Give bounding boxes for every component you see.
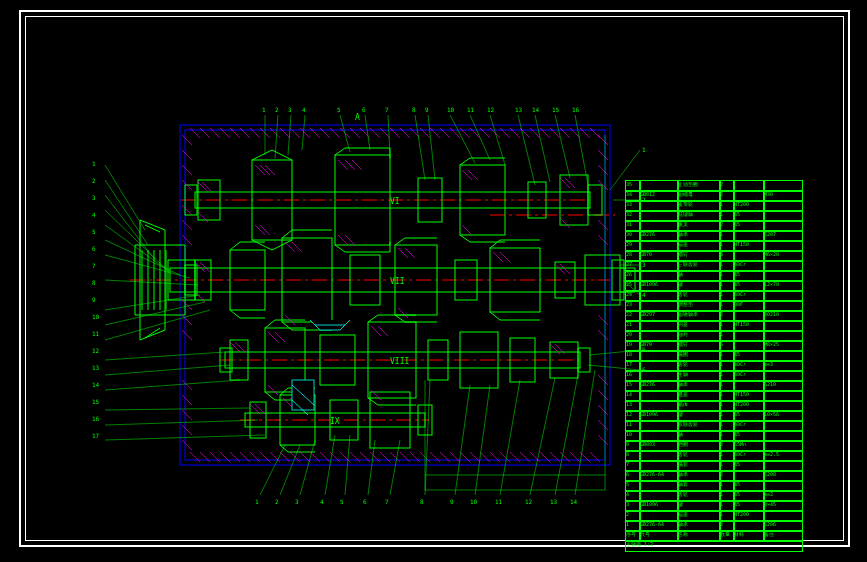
drawing-canvas[interactable]: VI VII VIII IX A 12345678910111213141516…	[30, 20, 840, 540]
svg-line-92	[555, 375, 578, 495]
svg-line-88	[455, 385, 470, 495]
svg-line-61	[555, 115, 570, 178]
svg-line-51	[340, 115, 350, 152]
cad-viewport[interactable]: VI VII VIII IX A 12345678910111213141516…	[0, 0, 867, 562]
svg-text:VII: VII	[390, 277, 405, 286]
svg-line-80	[260, 445, 285, 495]
svg-line-87	[425, 380, 430, 495]
svg-line-70	[105, 280, 198, 285]
svg-line-52	[365, 115, 370, 150]
svg-line-67	[105, 225, 170, 272]
svg-line-65	[105, 195, 155, 260]
svg-line-78	[105, 420, 258, 425]
svg-line-72	[105, 302, 205, 325]
svg-line-49	[288, 115, 291, 155]
svg-line-48	[275, 115, 278, 158]
svg-text:VI: VI	[390, 197, 400, 206]
svg-line-93	[575, 370, 595, 495]
svg-line-75	[105, 365, 230, 375]
svg-line-77	[105, 408, 250, 410]
svg-line-53	[388, 115, 390, 155]
svg-line-90	[500, 380, 520, 495]
svg-line-82	[300, 440, 315, 495]
svg-line-64	[105, 180, 148, 245]
svg-text:A: A	[355, 113, 360, 122]
svg-line-57	[470, 115, 490, 160]
svg-rect-43	[612, 260, 624, 300]
svg-line-89	[475, 385, 490, 495]
svg-line-74	[105, 352, 225, 360]
svg-line-63	[105, 165, 145, 230]
svg-line-76	[105, 380, 240, 390]
svg-text:IX: IX	[330, 417, 340, 426]
svg-line-91	[530, 378, 555, 495]
svg-text:VIII: VIII	[390, 357, 409, 366]
svg-line-71	[105, 295, 200, 310]
svg-line-56	[450, 115, 475, 163]
parts-list-table: 序号代号名称数量材料备注主轴箱 1:21GB276-64轴承262062端盖1H…	[625, 110, 835, 550]
